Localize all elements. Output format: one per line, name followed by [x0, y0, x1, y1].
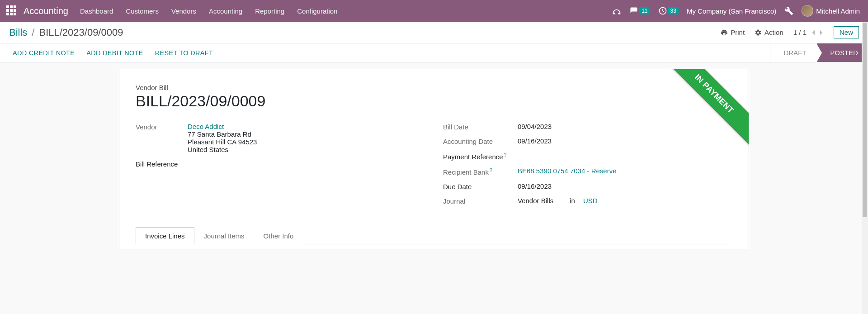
form-subtitle: Vendor Bill	[136, 84, 732, 91]
tab-other-info[interactable]: Other Info	[254, 227, 303, 244]
row-pay-ref: Payment Reference?	[443, 152, 732, 161]
bill-ref-label: Bill Reference	[136, 160, 178, 168]
nav-accounting[interactable]: Accounting	[209, 7, 242, 15]
form-title: BILL/2023/09/0009	[136, 92, 732, 110]
scrollbar[interactable]	[862, 22, 868, 267]
pay-ref-label-text: Payment Reference	[443, 153, 503, 161]
status-steps: DRAFT POSTED	[770, 43, 868, 62]
voip-icon[interactable]	[612, 6, 621, 15]
pager-counter[interactable]: 1 / 1	[793, 29, 807, 36]
breadcrumb-parent[interactable]: Bills	[9, 27, 27, 38]
due-date-label: Due Date	[443, 182, 518, 190]
cp-top: Bills / BILL/2023/09/0009 Print Action 1…	[0, 22, 868, 43]
scrollbar-thumb[interactable]	[863, 23, 867, 217]
vendor-label: Vendor	[136, 123, 188, 131]
navbar-left: Accounting Dashboard Customers Vendors A…	[4, 5, 337, 16]
breadcrumb-sep: /	[32, 27, 34, 38]
user-name: Mitchell Admin	[816, 7, 860, 15]
help-icon-bank[interactable]: ?	[490, 167, 492, 173]
journal-value: Vendor Bills in USD	[518, 197, 598, 205]
status-posted[interactable]: POSTED	[816, 43, 868, 62]
nav-vendors[interactable]: Vendors	[171, 7, 196, 15]
row-due-date: Due Date 09/16/2023	[443, 182, 732, 190]
messages-icon[interactable]: 11	[629, 7, 650, 15]
add-debit-note-button[interactable]: ADD DEBIT NOTE	[86, 49, 143, 57]
form-sheet: IN PAYMENT Vendor Bill BILL/2023/09/0009…	[119, 69, 749, 249]
form-col-right: Bill Date 09/04/2023 Accounting Date 09/…	[443, 123, 732, 211]
pager-prev[interactable]	[811, 29, 816, 36]
action-label: Action	[764, 29, 783, 36]
nav-configuration[interactable]: Configuration	[297, 7, 337, 15]
row-bill-date: Bill Date 09/04/2023	[443, 123, 732, 131]
user-menu[interactable]: Mitchell Admin	[802, 5, 860, 17]
action-button[interactable]: Action	[755, 29, 783, 36]
status-draft[interactable]: DRAFT	[770, 43, 816, 62]
bank-label-text: Recipient Bank	[443, 168, 489, 176]
print-icon	[721, 29, 728, 36]
app-brand[interactable]: Accounting	[24, 6, 68, 16]
bill-date-value: 09/04/2023	[518, 123, 552, 130]
form-col-left: Vendor Deco Addict 77 Santa Barbara Rd P…	[136, 123, 425, 211]
journal-currency[interactable]: USD	[583, 197, 598, 205]
vendor-addr1: 77 Santa Barbara Rd	[188, 130, 257, 138]
journal-in: in	[570, 197, 575, 205]
avatar	[802, 5, 813, 17]
status-actions: ADD CREDIT NOTE ADD DEBIT NOTE RESET TO …	[0, 43, 213, 62]
reset-to-draft-button[interactable]: RESET TO DRAFT	[155, 49, 213, 57]
pager-arrows	[811, 29, 824, 36]
acc-date-label: Accounting Date	[443, 137, 518, 145]
journal-label: Journal	[443, 197, 518, 205]
activities-icon[interactable]: 33	[658, 6, 679, 15]
nav-reporting[interactable]: Reporting	[255, 7, 284, 15]
cp-buttons: Print Action	[721, 29, 783, 36]
breadcrumb-current: BILL/2023/09/0009	[39, 27, 123, 38]
company-switcher[interactable]: My Company (San Francisco)	[687, 7, 776, 15]
activities-badge: 33	[668, 7, 679, 14]
due-date-value: 09/16/2023	[518, 182, 552, 190]
acc-date-value: 09/16/2023	[518, 137, 552, 145]
breadcrumb: Bills / BILL/2023/09/0009	[9, 27, 123, 38]
tab-journal-items[interactable]: Journal Items	[194, 227, 254, 244]
pager: 1 / 1	[793, 29, 824, 36]
form-container: IN PAYMENT Vendor Bill BILL/2023/09/0009…	[0, 62, 868, 267]
nav-customers[interactable]: Customers	[126, 7, 159, 15]
gear-icon	[755, 29, 762, 36]
new-button[interactable]: New	[834, 26, 859, 38]
debug-icon[interactable]	[784, 6, 793, 15]
status-bar: ADD CREDIT NOTE ADD DEBIT NOTE RESET TO …	[0, 43, 868, 62]
journal-name: Vendor Bills	[518, 197, 553, 205]
row-bill-ref: Bill Reference	[136, 160, 425, 168]
print-label: Print	[731, 29, 745, 36]
apps-icon[interactable]	[6, 5, 17, 16]
help-icon[interactable]: ?	[504, 152, 507, 157]
row-bank: Recipient Bank? BE68 5390 0754 7034 - Re…	[443, 167, 732, 176]
add-credit-note-button[interactable]: ADD CREDIT NOTE	[13, 49, 75, 57]
vendor-addr2: Pleasant Hill CA 94523	[188, 138, 257, 146]
tab-invoice-lines[interactable]: Invoice Lines	[136, 227, 194, 244]
nav-menu: Dashboard Customers Vendors Accounting R…	[80, 7, 337, 15]
pay-ref-label: Payment Reference?	[443, 152, 518, 161]
form-columns: Vendor Deco Addict 77 Santa Barbara Rd P…	[136, 123, 732, 211]
form-tabs: Invoice Lines Journal Items Other Info	[136, 227, 732, 244]
bank-value: BE68 5390 0754 7034 - Reserve	[518, 167, 617, 175]
control-panel: Bills / BILL/2023/09/0009 Print Action 1…	[0, 22, 868, 43]
print-button[interactable]: Print	[721, 29, 745, 36]
row-journal: Journal Vendor Bills in USD	[443, 197, 732, 205]
messages-badge: 11	[639, 7, 650, 14]
vendor-link[interactable]: Deco Addict	[188, 123, 224, 130]
bank-label: Recipient Bank?	[443, 167, 518, 176]
row-acc-date: Accounting Date 09/16/2023	[443, 137, 732, 145]
chevron-left-icon	[811, 29, 816, 36]
navbar-right: 11 33 My Company (San Francisco) Mitchel…	[612, 5, 864, 17]
vendor-value: Deco Addict 77 Santa Barbara Rd Pleasant…	[188, 123, 257, 153]
vendor-addr3: United States	[188, 146, 257, 153]
bank-link[interactable]: BE68 5390 0754 7034 - Reserve	[518, 167, 617, 175]
bill-date-label: Bill Date	[443, 123, 518, 131]
row-vendor: Vendor Deco Addict 77 Santa Barbara Rd P…	[136, 123, 425, 153]
main-navbar: Accounting Dashboard Customers Vendors A…	[0, 0, 868, 22]
cp-right: Print Action 1 / 1 New	[721, 26, 859, 38]
chevron-right-icon	[819, 29, 824, 36]
pager-next[interactable]	[819, 29, 824, 36]
nav-dashboard[interactable]: Dashboard	[80, 7, 113, 15]
